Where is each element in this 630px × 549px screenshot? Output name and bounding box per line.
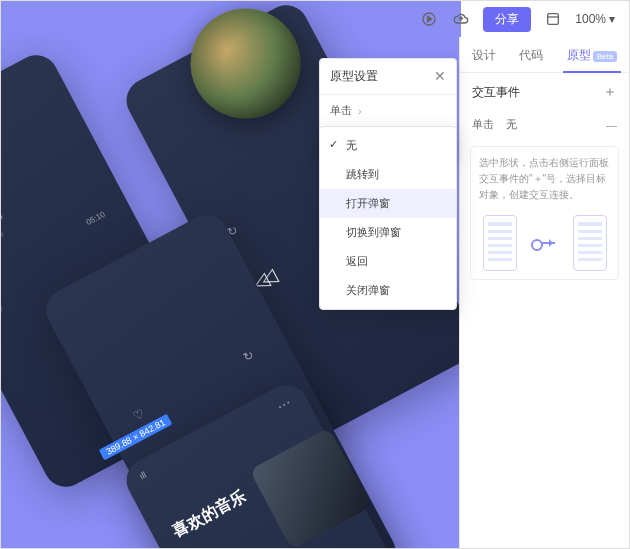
beta-badge: Beta bbox=[593, 51, 617, 62]
page-heading: 喜欢的音乐 bbox=[169, 486, 249, 542]
tab-prototype[interactable]: 原型Beta bbox=[563, 37, 621, 73]
hint-diagram bbox=[479, 215, 610, 271]
wireframe-icon bbox=[573, 215, 607, 271]
svg-rect-1 bbox=[548, 14, 559, 25]
action-dropdown: 无 跳转到 打开弹窗 切换到弹窗 返回 关闭弹窗 bbox=[319, 126, 457, 310]
dropdown-item[interactable]: 关闭弹窗 bbox=[320, 276, 456, 305]
popup-title: 原型设置 bbox=[330, 68, 378, 85]
layout-icon[interactable] bbox=[543, 9, 563, 29]
share-button[interactable]: 分享 bbox=[483, 7, 531, 32]
interaction-row[interactable]: 单击 无 — bbox=[460, 111, 629, 138]
wireframe-icon bbox=[483, 215, 517, 271]
remove-interaction-button[interactable]: — bbox=[606, 119, 617, 131]
close-icon[interactable]: ✕ bbox=[434, 68, 446, 85]
heart-icon: ♡ bbox=[1, 302, 7, 320]
signal-icon: ıll bbox=[138, 470, 148, 482]
dropdown-item[interactable]: 无 bbox=[320, 131, 456, 160]
tab-code[interactable]: 代码 bbox=[515, 37, 547, 73]
event-trigger-select[interactable]: 单击 bbox=[320, 95, 456, 126]
panel-tabs: 设计 代码 原型Beta bbox=[460, 37, 629, 73]
zoom-value: 100% bbox=[575, 12, 606, 26]
repeat-icon: ↻ bbox=[241, 348, 256, 365]
event-name: 单击 bbox=[472, 117, 494, 132]
hint-text: 选中形状，点击右侧运行面板交互事件的"＋"号，选择目标对象，创建交互连接。 bbox=[479, 157, 609, 200]
section-title: 交互事件 bbox=[472, 84, 520, 101]
dropdown-item[interactable]: 打开弹窗 bbox=[320, 189, 456, 218]
inspector-panel: 设计 代码 原型Beta 交互事件 ＋ 单击 无 — 选中形状，点击右侧运行面板… bbox=[459, 37, 629, 549]
arrow-icon bbox=[535, 242, 555, 244]
cloud-upload-icon[interactable] bbox=[451, 9, 471, 29]
dropdown-item[interactable]: 跳转到 bbox=[320, 160, 456, 189]
zoom-control[interactable]: 100%▾ bbox=[575, 12, 615, 26]
track-subtitle: —首歌让你想起 bbox=[1, 228, 6, 264]
more-icon: ⋯ bbox=[274, 394, 294, 415]
top-toolbar: 分享 100%▾ bbox=[405, 1, 629, 37]
album-art bbox=[171, 1, 320, 138]
dropdown-item[interactable]: 切换到弹窗 bbox=[320, 218, 456, 247]
person-image bbox=[249, 428, 371, 549]
help-hint: 选中形状，点击右侧运行面板交互事件的"＋"号，选择目标对象，创建交互连接。 bbox=[470, 146, 619, 280]
tab-design[interactable]: 设计 bbox=[468, 37, 500, 73]
event-action: 无 bbox=[506, 117, 606, 132]
add-interaction-button[interactable]: ＋ bbox=[603, 83, 617, 101]
dropdown-item[interactable]: 返回 bbox=[320, 247, 456, 276]
heart-icon: ♡ bbox=[131, 406, 147, 424]
chevron-down-icon: ▾ bbox=[609, 12, 615, 26]
tab-label: 原型 bbox=[567, 48, 591, 62]
time-label: 05:10 bbox=[85, 210, 107, 227]
play-preview-icon[interactable] bbox=[419, 9, 439, 29]
